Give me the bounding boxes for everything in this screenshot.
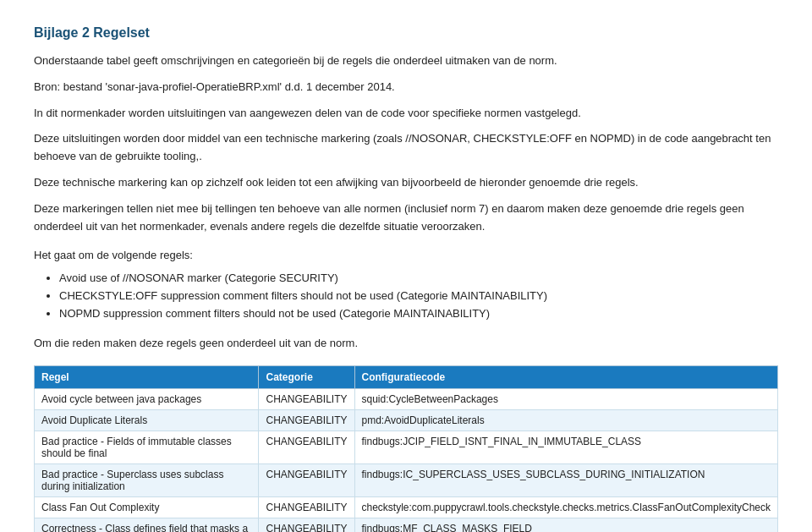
table-cell-categorie: CHANGEABILITY [259,410,354,431]
bullet-intro: Het gaat om de volgende regels: [34,247,778,265]
table-header-cell: Categorie [259,366,354,389]
table-body: Avoid cycle between java packagesCHANGEA… [35,389,778,532]
table-row: Bad practice - Fields of immutable class… [35,431,778,464]
intro-para3: In dit normenkader worden uitsluitingen … [34,105,778,123]
closing-text: Om die reden maken deze regels geen onde… [34,335,778,353]
table-cell-configuratiecode: findbugs:IC_SUPERCLASS_USES_SUBCLASS_DUR… [354,464,778,497]
bullet-section: Het gaat om de volgende regels: Avoid us… [34,247,778,322]
table-cell-regel: Correctness - Class defines field that m… [35,518,259,532]
table-cell-categorie: CHANGEABILITY [259,389,354,410]
table-cell-regel: Avoid cycle between java packages [35,389,259,410]
table-cell-configuratiecode: squid:CycleBetweenPackages [354,389,778,410]
rules-table: RegelCategorieConfiguratiecode Avoid cyc… [34,365,778,532]
bullet-item: NOPMD suppression comment filters should… [59,305,778,323]
table-cell-categorie: CHANGEABILITY [259,497,354,518]
table-cell-categorie: CHANGEABILITY [259,431,354,464]
intro-para4: Deze uitsluitingen worden door middel va… [34,130,778,166]
table-cell-configuratiecode: pmd:AvoidDuplicateLiterals [354,410,778,431]
table-row: Correctness - Class defines field that m… [35,518,778,532]
intro-para1: Onderstaande tabel geeft omschrijvingen … [34,52,778,70]
intro-para5: Deze technische markering kan op zichzel… [34,174,778,192]
bullet-item: Avoid use of //NOSONAR marker (Categorie… [59,270,778,288]
intro-para6: Deze markeringen tellen niet mee bij tel… [34,200,778,236]
table-row: Bad practice - Superclass uses subclass … [35,464,778,497]
page-title: Bijlage 2 Regelset [34,25,778,41]
table-cell-configuratiecode: findbugs:MF_CLASS_MASKS_FIELD [354,518,778,532]
intro-para2: Bron: bestand 'sonar-java-profiel-Operat… [34,79,778,96]
table-cell-configuratiecode: checkstyle:com.puppycrawl.tools.checksty… [354,497,778,518]
bullet-list: Avoid use of //NOSONAR marker (Categorie… [59,270,778,322]
table-cell-configuratiecode: findbugs:JCIP_FIELD_ISNT_FINAL_IN_IMMUTA… [354,431,778,464]
table-cell-regel: Bad practice - Superclass uses subclass … [35,464,259,497]
table-cell-regel: Avoid Duplicate Literals [35,410,259,431]
table-row: Avoid cycle between java packagesCHANGEA… [35,389,778,410]
table-header-row: RegelCategorieConfiguratiecode [35,366,778,389]
table-cell-categorie: CHANGEABILITY [259,464,354,497]
table-cell-regel: Bad practice - Fields of immutable class… [35,431,259,464]
table-row: Avoid Duplicate LiteralsCHANGEABILITYpmd… [35,410,778,431]
bullet-item: CHECKSTYLE:OFF suppression comment filte… [59,288,778,305]
intro-section: Onderstaande tabel geeft omschrijvingen … [34,52,778,235]
table-header-cell: Regel [35,366,259,389]
table-row: Class Fan Out ComplexityCHANGEABILITYche… [35,497,778,518]
table-header-cell: Configuratiecode [354,366,778,389]
table-cell-categorie: CHANGEABILITY [259,518,354,532]
table-cell-regel: Class Fan Out Complexity [35,497,259,518]
